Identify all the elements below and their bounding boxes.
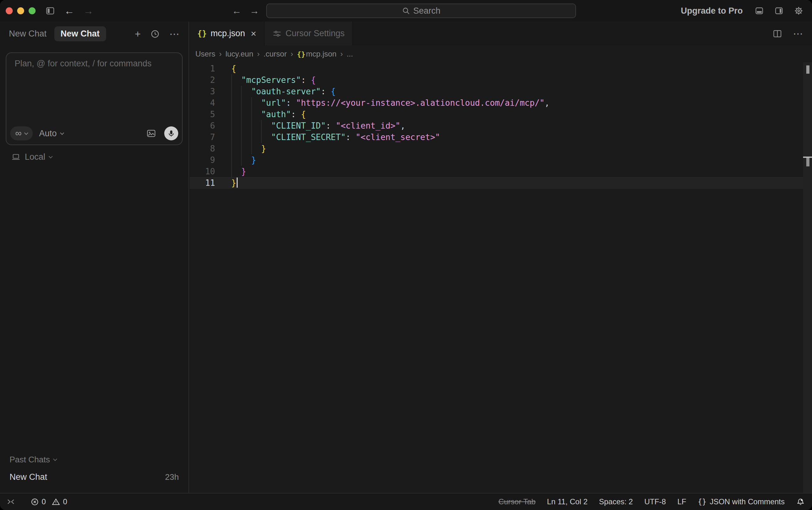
code-line-7[interactable]: 7 "CLIENT_SECRET": "<client_secret>" <box>190 131 812 143</box>
code-token <box>231 98 261 108</box>
code-line-4[interactable]: 4 "url": "https://<your-instance>.alatio… <box>190 97 812 109</box>
code-line-8[interactable]: 8 } <box>190 143 812 154</box>
indent-guide <box>251 143 252 154</box>
chat-input-controls: ∞ Auto <box>10 126 178 141</box>
code-editor[interactable]: 1{2 "mcpServers": {3 "oauth-server": {4 … <box>190 62 812 493</box>
upgrade-to-pro-button[interactable]: Upgrade to Pro <box>681 6 743 16</box>
breadcrumb-item[interactable]: lucy.eun <box>226 50 254 58</box>
code-token: } <box>251 155 256 165</box>
editor-actions: ⋯ <box>773 22 812 46</box>
voice-input-button[interactable] <box>164 126 178 140</box>
breadcrumb-separator: › <box>257 50 260 58</box>
indent-guide <box>241 131 242 143</box>
past-chats-section: Past Chats New Chat 23h <box>0 455 188 482</box>
remote-indicator-icon[interactable] <box>6 497 15 506</box>
tab-cursor-settings[interactable]: Cursor Settings <box>265 22 353 46</box>
line-number: 4 <box>190 97 215 109</box>
code-line-10[interactable]: 10 } <box>190 166 812 177</box>
code-token: "mcpServers" <box>241 75 301 85</box>
indent-guide <box>261 131 262 143</box>
attach-image-icon[interactable] <box>146 129 156 138</box>
new-chat-plus-button[interactable]: + <box>135 29 141 39</box>
chat-tab-new-chat[interactable]: New Chat <box>54 26 106 41</box>
code-line-5[interactable]: 5 "auth": { <box>190 109 812 120</box>
chevron-down-icon <box>60 131 64 135</box>
language-mode-indicator[interactable]: {} JSON with Comments <box>698 497 785 506</box>
line-number: 3 <box>190 86 215 97</box>
chat-input-box[interactable]: Plan, @ for context, / for commands ∞ Au… <box>6 52 183 145</box>
maximize-window-button[interactable] <box>29 7 36 14</box>
forward-arrow-button[interactable]: → <box>83 6 93 16</box>
breadcrumb-item[interactable]: .cursor <box>263 50 287 58</box>
encoding-indicator[interactable]: UTF-8 <box>644 497 666 506</box>
notifications-bell-icon[interactable] <box>796 497 805 506</box>
context-limit-dropdown[interactable]: ∞ <box>10 126 33 140</box>
editor-more-actions-icon[interactable]: ⋯ <box>793 29 803 39</box>
model-selector-dropdown[interactable]: Auto <box>39 129 63 139</box>
close-window-button[interactable] <box>6 7 13 14</box>
tab-label: Cursor Settings <box>286 29 345 38</box>
json-braces-icon: {} <box>297 50 306 58</box>
code-token: } <box>261 144 266 153</box>
environment-label: Local <box>25 152 46 162</box>
toggle-secondary-sidebar-icon[interactable] <box>774 6 784 15</box>
toggle-panel-icon[interactable] <box>754 6 764 15</box>
code-line-9[interactable]: 9 } <box>190 154 812 166</box>
indent-guide <box>241 86 242 97</box>
code-line-3[interactable]: 3 "oauth-server": { <box>190 86 812 97</box>
warning-count: 0 <box>63 497 67 506</box>
scrollbar-track[interactable] <box>803 62 812 493</box>
eol-indicator[interactable]: LF <box>677 497 686 506</box>
line-number: 5 <box>190 109 215 120</box>
breadcrumb-item[interactable]: ... <box>347 50 353 58</box>
breadcrumb-separator: › <box>291 50 293 58</box>
problems-indicator[interactable]: 0 0 <box>30 497 67 506</box>
code-line-11[interactable]: 11} <box>190 177 812 189</box>
indent-guide <box>231 109 232 120</box>
text-cursor <box>237 178 238 188</box>
code-token <box>231 110 261 119</box>
chevron-down-icon <box>53 457 57 461</box>
json-file-icon: {} <box>197 29 207 38</box>
code-token <box>231 167 241 176</box>
indent-guide <box>251 131 252 143</box>
code-token <box>231 144 261 153</box>
settings-gear-icon[interactable] <box>793 6 804 16</box>
infinity-icon: ∞ <box>15 128 22 139</box>
back-arrow-button[interactable]: ← <box>64 6 74 16</box>
breadcrumb-item[interactable]: {}mcp.json <box>297 50 337 58</box>
chat-history-icon[interactable] <box>150 29 160 39</box>
split-editor-icon[interactable] <box>773 29 782 38</box>
back-arrow-button-2[interactable]: ← <box>232 6 241 16</box>
minimize-window-button[interactable] <box>17 7 24 14</box>
past-chat-item[interactable]: New Chat 23h <box>9 472 179 482</box>
code-line-1[interactable]: 1{ <box>190 63 812 74</box>
chat-header: New Chat New Chat + ⋯ <box>0 22 188 46</box>
past-chats-toggle[interactable]: Past Chats <box>9 455 179 464</box>
forward-arrow-button-2[interactable]: → <box>250 6 259 16</box>
chat-more-actions-icon[interactable]: ⋯ <box>169 29 179 39</box>
line-number: 8 <box>190 143 215 154</box>
past-chat-title: New Chat <box>9 472 47 482</box>
cursor-position-indicator[interactable]: Ln 11, Col 2 <box>547 497 588 506</box>
environment-dropdown[interactable]: Local <box>0 152 188 162</box>
code-token: } <box>231 178 236 188</box>
code-token <box>231 75 241 85</box>
titlebar-right-actions: Upgrade to Pro <box>681 0 804 22</box>
indent-guide <box>241 143 242 154</box>
line-number: 9 <box>190 154 215 166</box>
toggle-sidebar-icon[interactable] <box>45 6 55 16</box>
code-line-2[interactable]: 2 "mcpServers": { <box>190 74 812 86</box>
close-tab-icon[interactable]: × <box>251 29 256 38</box>
cursor-tab-toggle[interactable]: Cursor Tab <box>498 497 535 506</box>
scrollbar-thumb[interactable] <box>806 65 809 74</box>
code-token: , <box>400 121 405 130</box>
breadcrumb-separator: › <box>219 50 222 58</box>
breadcrumb-item[interactable]: Users <box>195 50 215 58</box>
search-input[interactable]: Search <box>266 3 576 18</box>
tab-mcp-json[interactable]: {} mcp.json × <box>190 22 265 46</box>
indentation-indicator[interactable]: Spaces: 2 <box>599 497 633 506</box>
code-line-6[interactable]: 6 "CLIENT_ID": "<client_id>", <box>190 120 812 131</box>
code-token: "<client_secret>" <box>355 132 440 142</box>
line-number: 6 <box>190 120 215 131</box>
